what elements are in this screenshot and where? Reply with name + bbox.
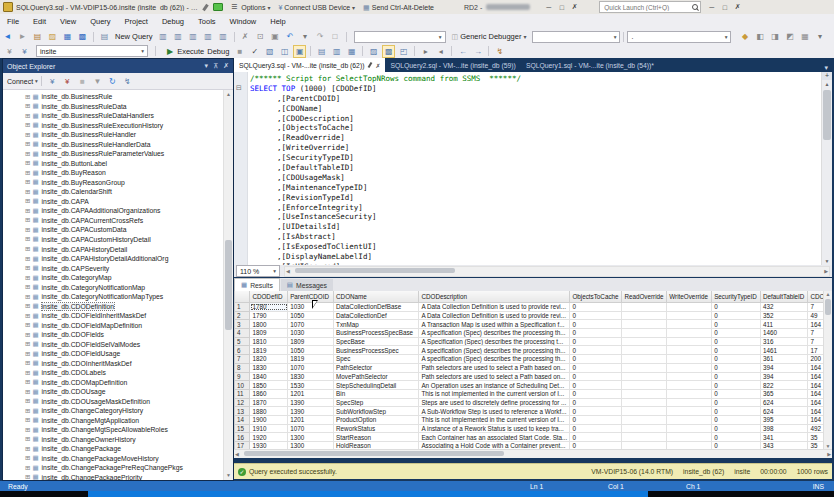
grid-cell[interactable] bbox=[622, 407, 667, 416]
results-to-file-icon[interactable]: ◰ bbox=[397, 45, 410, 58]
menu-query[interactable]: Query bbox=[83, 14, 117, 29]
tree-item[interactable]: ⊞▦insite_db.ChangePackagePreReqChangePkg… bbox=[3, 463, 224, 473]
grid-scrollbar[interactable]: ▲ ▼ bbox=[823, 291, 832, 449]
menu-tools[interactable]: Tools bbox=[191, 14, 223, 29]
expand-plus-icon[interactable]: ⊞ bbox=[25, 303, 30, 309]
grid-cell[interactable]: 1030 bbox=[288, 303, 334, 312]
grid-cell[interactable]: SpecStep bbox=[334, 398, 419, 407]
grid-cell[interactable] bbox=[667, 398, 712, 407]
grid-cell[interactable] bbox=[622, 415, 667, 424]
tree-item[interactable]: ⊞▦insite_db.CDOFields bbox=[3, 330, 224, 340]
grid-cell[interactable]: 343 bbox=[761, 442, 808, 450]
nav-forward-icon[interactable]: ► bbox=[16, 30, 29, 43]
grid-cell[interactable] bbox=[667, 424, 712, 433]
grid-cell[interactable]: 0 bbox=[712, 381, 761, 390]
code-line[interactable]: ,[DefaultTableID] bbox=[250, 163, 820, 173]
scroll-thumb[interactable] bbox=[225, 240, 232, 330]
grid-cell[interactable]: 1780 bbox=[250, 303, 288, 312]
menu-help[interactable]: Help bbox=[263, 14, 292, 29]
expand-plus-icon[interactable]: ⊞ bbox=[25, 379, 30, 385]
grid-hscrollbar[interactable]: ◀ ▶ bbox=[234, 449, 832, 458]
grid-cell[interactable] bbox=[622, 346, 667, 355]
grid-cell[interactable]: 0 bbox=[712, 303, 761, 312]
row-number-cell[interactable]: 1 bbox=[235, 303, 250, 312]
grid-cell[interactable]: 395 bbox=[761, 415, 808, 424]
grid-cell[interactable]: 0 bbox=[712, 311, 761, 320]
expand-plus-icon[interactable]: ⊞ bbox=[25, 160, 30, 166]
grid-cell[interactable]: 0 bbox=[570, 329, 622, 338]
grid-cell[interactable]: DataCollectionDefBase bbox=[334, 303, 419, 312]
grid-cell[interactable]: 1850 bbox=[250, 381, 288, 390]
expand-plus-icon[interactable]: ⊞ bbox=[25, 332, 30, 338]
scroll-left-icon[interactable]: ◀ bbox=[235, 450, 239, 458]
scroll-thumb[interactable] bbox=[825, 299, 831, 315]
menu-window[interactable]: Window bbox=[223, 14, 264, 29]
connect-button[interactable]: Connect ▾ bbox=[7, 78, 38, 85]
vm-minimize-icon[interactable]: ─ bbox=[542, 1, 555, 13]
expand-plus-icon[interactable]: ⊞ bbox=[25, 217, 30, 223]
generic-debugger-button[interactable]: ◫ Generic Debugger ▾ bbox=[452, 32, 527, 41]
grid-cell[interactable]: 0 bbox=[570, 372, 622, 381]
tree-item[interactable]: ⊞▦insite_db.ChangeMgtApplication bbox=[3, 416, 224, 426]
grid-cell[interactable]: 0 bbox=[570, 424, 622, 433]
grid-column-header[interactable]: ReadOverride bbox=[622, 291, 667, 303]
grid-cell[interactable] bbox=[667, 442, 712, 450]
tab-list-dropdown-icon[interactable]: ▾ bbox=[820, 64, 832, 72]
tree-item[interactable]: ⊞▦insite_db.CDOUsage bbox=[3, 387, 224, 397]
grid-column-header[interactable]: WriteOverride bbox=[667, 291, 712, 303]
refresh-icon[interactable]: ↻ bbox=[106, 75, 119, 88]
grid-cell[interactable]: 0 bbox=[570, 303, 622, 312]
expand-plus-icon[interactable]: ⊞ bbox=[25, 94, 30, 100]
nav-back-icon[interactable]: ◄ bbox=[1, 30, 14, 43]
grid-cell[interactable]: 1930 bbox=[250, 442, 288, 450]
expand-plus-icon[interactable]: ⊞ bbox=[25, 208, 30, 214]
doc-tab[interactable]: SQLQuery2.sql - VM-...ite (insite_db (59… bbox=[385, 58, 520, 72]
collapse-region-icon[interactable]: ⊟ bbox=[236, 84, 242, 91]
debug-button[interactable]: Debug bbox=[207, 47, 229, 56]
connect-database-icon[interactable]: ¥ bbox=[3, 45, 16, 58]
query-designer-icon[interactable]: ◫ bbox=[278, 45, 291, 58]
grid-cell[interactable]: 0 bbox=[712, 363, 761, 372]
send-ctrl-alt-delete-button[interactable]: ▦ Send Ctrl-Alt-Delete bbox=[363, 4, 434, 11]
grid-column-header[interactable]: ParentCDOID bbox=[288, 291, 334, 303]
grid-cell[interactable]: 352 bbox=[761, 311, 808, 320]
grid-cell[interactable]: 394 bbox=[761, 363, 808, 372]
copy-icon[interactable]: ⊡ bbox=[254, 30, 267, 43]
tree-item[interactable]: ⊞▦insite_db.ChangeCategoryHistory bbox=[3, 406, 224, 416]
grid-cell[interactable]: 1201 bbox=[288, 415, 334, 424]
grid-cell[interactable]: 1070 bbox=[288, 424, 334, 433]
properties-wrench-icon[interactable]: ◨ bbox=[768, 30, 781, 43]
grid-cell[interactable] bbox=[622, 424, 667, 433]
grid-cell[interactable]: 0 bbox=[570, 337, 622, 346]
expand-plus-icon[interactable]: ⊞ bbox=[25, 275, 30, 281]
display-estimated-plan-icon[interactable]: ▧ bbox=[263, 45, 276, 58]
tree-item[interactable]: ⊞▦insite_db.BusinessRuleData bbox=[3, 102, 224, 112]
expand-plus-icon[interactable]: ⊞ bbox=[25, 236, 30, 242]
tree-item[interactable]: ⊞▦insite_db.CategoryNotificationMapTypes bbox=[3, 292, 224, 302]
grid-cell[interactable]: 1461 bbox=[761, 346, 808, 355]
row-number-cell[interactable]: 17 bbox=[235, 442, 250, 450]
grid-cell[interactable]: A Data Collection Definition is used to … bbox=[419, 311, 570, 320]
execute-button[interactable]: ▶ Execute bbox=[167, 47, 204, 56]
grid-cell[interactable]: BusinessProcessSpec bbox=[334, 346, 419, 355]
grid-cell[interactable] bbox=[667, 355, 712, 364]
grid-cell[interactable]: 1300 bbox=[288, 442, 334, 450]
code-line[interactable]: ,[ObjectsToCache] bbox=[250, 123, 820, 133]
grid-cell[interactable]: 411 bbox=[761, 320, 808, 329]
grid-cell[interactable]: 0 bbox=[712, 337, 761, 346]
expand-plus-icon[interactable]: ⊞ bbox=[25, 398, 30, 404]
grid-cell[interactable]: 0 bbox=[570, 433, 622, 442]
stop-icon[interactable]: ■ bbox=[233, 45, 246, 58]
grid-cell[interactable]: 0 bbox=[570, 415, 622, 424]
tree-item[interactable]: ⊞▦insite_db.CategoryNotificationMap bbox=[3, 282, 224, 292]
menu-view[interactable]: View bbox=[53, 14, 83, 29]
tree-item[interactable]: ⊞▦insite_db.CDODefinition bbox=[3, 301, 224, 311]
restore-icon[interactable]: □ bbox=[718, 1, 731, 13]
grid-cell[interactable]: 1809 bbox=[288, 337, 334, 346]
row-number-cell[interactable]: 14 bbox=[235, 415, 250, 424]
grid-cell[interactable]: PathSelector bbox=[334, 363, 419, 372]
results-to-text-icon[interactable]: ▨ bbox=[367, 45, 380, 58]
row-number-cell[interactable]: 7 bbox=[235, 355, 250, 364]
change-connection-icon[interactable]: ¥ bbox=[18, 45, 31, 58]
tree-item[interactable]: ⊞▦insite_db.CalendarShift bbox=[3, 187, 224, 197]
